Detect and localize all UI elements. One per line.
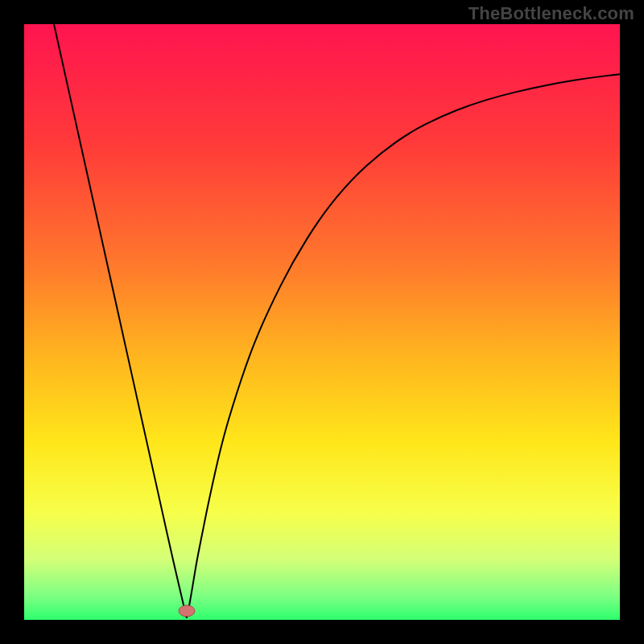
watermark-text: TheBottleneck.com xyxy=(469,3,634,24)
bottleneck-curve-chart xyxy=(24,24,620,620)
gradient-background xyxy=(24,24,620,620)
plot-area xyxy=(24,24,620,620)
chart-frame: TheBottleneck.com xyxy=(0,0,644,644)
optimal-point-marker xyxy=(179,605,195,617)
